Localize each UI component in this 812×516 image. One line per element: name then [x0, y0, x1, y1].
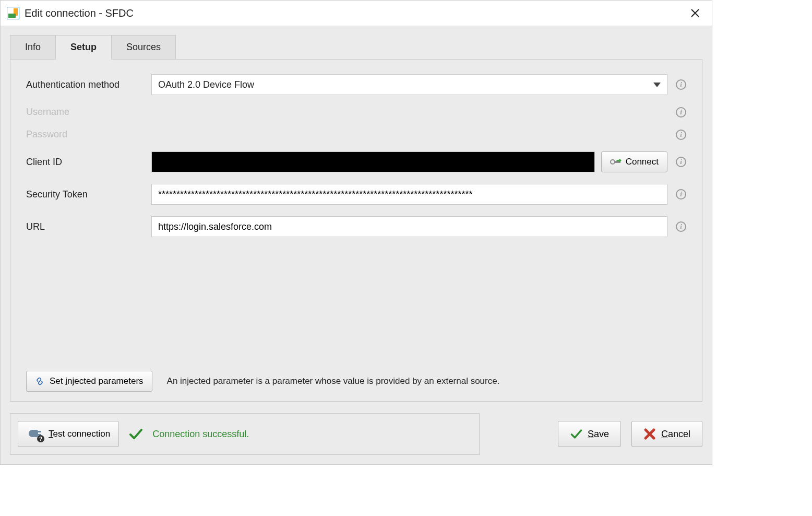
- test-connection-area: ? Test connection Connection successful.: [10, 413, 480, 455]
- tab-setup-label: Setup: [70, 42, 97, 52]
- row-auth-method: Authentication method OAuth 2.0 Device F…: [26, 74, 686, 95]
- plug-icon: ?: [27, 428, 43, 440]
- title-bar: Edit connection - SFDC: [1, 1, 712, 26]
- check-icon: [128, 427, 143, 441]
- tab-strip: Info Setup Sources: [10, 35, 702, 60]
- key-icon: ➔: [610, 158, 620, 166]
- connect-button[interactable]: ➔ Connect: [601, 151, 667, 172]
- url-input[interactable]: [151, 216, 667, 237]
- tab-sources[interactable]: Sources: [112, 35, 176, 60]
- dialog-buttons: Save Cancel: [558, 421, 702, 447]
- chevron-down-icon: [653, 83, 661, 87]
- password-label: Password: [26, 129, 151, 140]
- info-icon[interactable]: i: [676, 189, 686, 200]
- client-id-input[interactable]: [151, 151, 595, 172]
- username-label: Username: [26, 107, 151, 118]
- url-label: URL: [26, 221, 151, 232]
- row-username: Username i: [26, 107, 686, 118]
- row-password: Password i: [26, 129, 686, 140]
- client-id-label: Client ID: [26, 157, 151, 168]
- dialog-edit-connection: Edit connection - SFDC Info Setup Source…: [0, 0, 712, 465]
- app-logo-icon: [7, 7, 19, 19]
- tab-setup[interactable]: Setup: [56, 35, 112, 60]
- cancel-button-label: Cancel: [661, 429, 690, 440]
- set-injected-parameters-button[interactable]: Set injected parameters: [26, 371, 152, 392]
- set-injected-parameters-label: Set injected parameters: [50, 376, 144, 386]
- save-button[interactable]: Save: [558, 421, 621, 447]
- setup-form: Authentication method OAuth 2.0 Device F…: [26, 74, 686, 368]
- test-connection-label: Test connection: [49, 429, 110, 439]
- info-icon[interactable]: i: [676, 157, 686, 167]
- tab-sources-label: Sources: [126, 42, 161, 52]
- client-area: Info Setup Sources Authentication method…: [1, 26, 712, 464]
- auth-method-value: OAuth 2.0 Device Flow: [158, 79, 649, 90]
- close-icon: [690, 8, 700, 18]
- window-title: Edit connection - SFDC: [25, 7, 134, 19]
- info-icon[interactable]: i: [676, 107, 686, 118]
- auth-method-label: Authentication method: [26, 79, 151, 90]
- check-icon: [570, 428, 582, 440]
- row-client-id: Client ID ➔ Connect i: [26, 151, 686, 172]
- connection-status: Connection successful.: [152, 429, 249, 440]
- info-icon[interactable]: i: [676, 79, 686, 90]
- auth-method-select[interactable]: OAuth 2.0 Device Flow: [151, 74, 667, 95]
- injected-description: An injected parameter is a parameter who…: [167, 376, 500, 386]
- footer-bar: ? Test connection Connection successful.…: [10, 413, 702, 455]
- row-url: URL i: [26, 216, 686, 237]
- link-icon: [35, 377, 44, 386]
- tab-info-label: Info: [25, 42, 41, 52]
- info-icon[interactable]: i: [676, 130, 686, 140]
- tab-info[interactable]: Info: [10, 35, 56, 60]
- connect-button-label: Connect: [626, 157, 659, 167]
- test-connection-button[interactable]: ? Test connection: [18, 421, 119, 447]
- setup-panel: Authentication method OAuth 2.0 Device F…: [10, 59, 702, 402]
- cancel-button[interactable]: Cancel: [631, 421, 702, 447]
- close-button[interactable]: [685, 3, 706, 24]
- x-icon: [643, 428, 656, 440]
- injected-row: Set injected parameters An injected para…: [26, 368, 686, 392]
- security-token-input[interactable]: [151, 184, 667, 205]
- save-button-label: Save: [588, 429, 609, 440]
- security-token-label: Security Token: [26, 189, 151, 200]
- row-security-token: Security Token i: [26, 184, 686, 205]
- info-icon[interactable]: i: [676, 221, 686, 232]
